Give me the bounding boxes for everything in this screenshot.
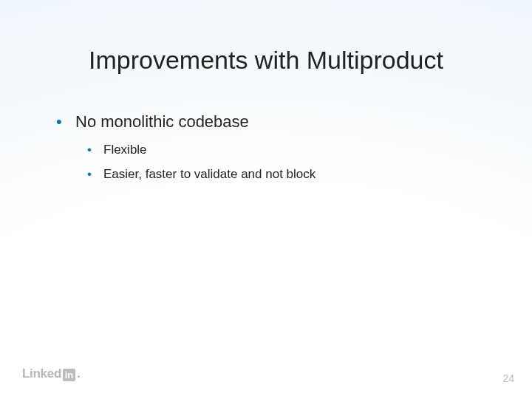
- bullet-list-level2: Flexible Easier, faster to validate and …: [75, 140, 488, 184]
- page-number: 24: [502, 372, 514, 384]
- slide: Improvements with Multiproduct No monoli…: [0, 0, 532, 399]
- logo-wordmark: Linked: [22, 366, 61, 381]
- logo-in-text: in: [65, 370, 74, 380]
- linkedin-logo: Linkedin.: [22, 366, 81, 381]
- sub-bullet-text: Flexible: [103, 143, 147, 157]
- sub-bullet-item: Easier, faster to validate and not block: [84, 164, 488, 184]
- bullet-item: No monolithic codebase Flexible Easier, …: [53, 111, 488, 184]
- sub-bullet-text: Easier, faster to validate and not block: [103, 167, 316, 181]
- sub-bullet-item: Flexible: [84, 140, 488, 160]
- logo-in-box-icon: in: [63, 369, 75, 381]
- slide-body: No monolithic codebase Flexible Easier, …: [53, 111, 488, 191]
- slide-title: Improvements with Multiproduct: [0, 46, 532, 75]
- bullet-list-level1: No monolithic codebase Flexible Easier, …: [53, 111, 488, 184]
- bullet-text: No monolithic codebase: [75, 112, 249, 131]
- logo-period: .: [77, 366, 81, 381]
